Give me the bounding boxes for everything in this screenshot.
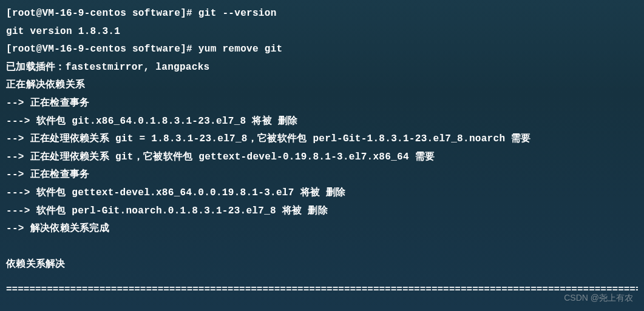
output-deps-resolved: 依赖关系解决 (6, 256, 638, 274)
prompt-line-git-version: [root@VM-16-9-centos software]# git --ve… (6, 5, 638, 23)
output-resolving-deps: 正在解决依赖关系 (6, 76, 638, 95)
output-pkg-git: ---> 软件包 git.x86_64.0.1.8.3.1-23.el7_8 将… (6, 113, 638, 131)
section-divider: ========================================… (6, 283, 638, 298)
output-checking-trans-1: --> 正在检查事务 (6, 95, 638, 113)
output-deps-complete: --> 解决依赖关系完成 (6, 220, 638, 238)
output-dep-gettext-devel: --> 正在处理依赖关系 git，它被软件包 gettext-devel-0.1… (6, 149, 638, 167)
watermark-text: CSDN @尧上有农 (564, 293, 633, 304)
output-plugins-loaded: 已加载插件：fastestmirror, langpacks (6, 59, 638, 77)
prompt-line-yum-remove: [root@VM-16-9-centos software]# yum remo… (6, 41, 638, 59)
output-checking-trans-2: --> 正在检查事务 (6, 166, 638, 184)
blank-line (6, 238, 638, 256)
output-pkg-gettext-devel: ---> 软件包 gettext-devel.x86_64.0.0.19.8.1… (6, 184, 638, 202)
output-dep-perl-git: --> 正在处理依赖关系 git = 1.8.3.1-23.el7_8，它被软件… (6, 130, 638, 149)
output-pkg-perl-git: ---> 软件包 perl-Git.noarch.0.1.8.3.1-23.el… (6, 202, 638, 221)
output-git-version: git version 1.8.3.1 (6, 23, 638, 41)
